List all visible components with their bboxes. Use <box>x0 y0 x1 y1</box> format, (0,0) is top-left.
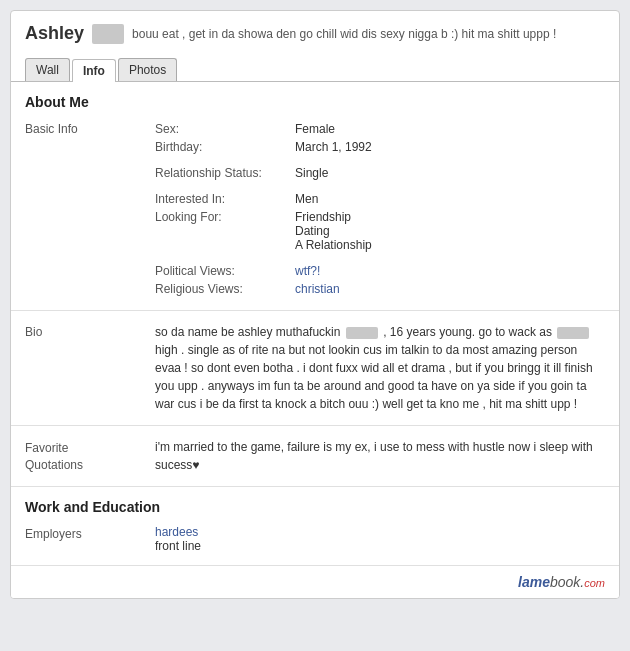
looking-value-0: Friendship <box>295 210 605 224</box>
bio-label: Bio <box>25 323 155 413</box>
about-me-section: About Me Basic Info Sex: Female Birthday… <box>11 82 619 311</box>
quotations-section: FavoriteQuotations i'm married to the ga… <box>11 426 619 487</box>
profile-name: Ashley <box>25 23 84 44</box>
quotations-label: FavoriteQuotations <box>25 438 155 474</box>
looking-value-2: A Relationship <box>295 238 605 252</box>
looking-values: Friendship Dating A Relationship <box>295 208 605 254</box>
sex-value: Female <box>295 120 605 138</box>
relationship-row: Relationship Status: Single <box>25 164 605 182</box>
profile-card: Ashley bouu eat , get in da showa den go… <box>10 10 620 599</box>
employer-position: front line <box>155 539 201 553</box>
sex-label: Sex: <box>155 120 295 138</box>
looking-row: Looking For: Friendship Dating A Relatio… <box>25 208 605 254</box>
brand-lame: lame <box>518 574 550 590</box>
bio-redacted-2 <box>557 327 589 339</box>
bio-text-0: so da name be ashley muthafuckin <box>155 325 340 339</box>
profile-status-text: bouu eat , get in da showa den go chill … <box>132 27 605 41</box>
birthday-label: Birthday: <box>155 138 295 156</box>
about-me-title: About Me <box>25 94 605 110</box>
interested-row: Interested In: Men <box>25 190 605 208</box>
political-value: wtf?! <box>295 262 605 280</box>
brand-com: com <box>584 577 605 589</box>
work-section: Work and Education Employers hardees fro… <box>11 487 619 566</box>
avatar <box>92 24 124 44</box>
basic-info-header-row: Basic Info Sex: Female <box>25 120 605 138</box>
spacer-row-1 <box>25 156 605 164</box>
looking-value-1: Dating <box>295 224 605 238</box>
profile-header: Ashley bouu eat , get in da showa den go… <box>11 11 619 44</box>
interested-label: Interested In: <box>155 190 295 208</box>
bio-text-1: , 16 years young. go to wack as <box>383 325 552 339</box>
birthday-row: Birthday: March 1, 1992 <box>25 138 605 156</box>
work-values: hardees front line <box>155 525 201 553</box>
tab-info[interactable]: Info <box>72 59 116 82</box>
relationship-label: Relationship Status: <box>155 164 295 182</box>
political-row: Political Views: wtf?! <box>25 262 605 280</box>
work-grid: Employers hardees front line <box>25 525 605 553</box>
bio-section: Bio so da name be ashley muthafuckin , 1… <box>11 311 619 426</box>
work-title: Work and Education <box>25 499 605 515</box>
bio-redacted-1 <box>346 327 378 339</box>
political-label: Political Views: <box>155 262 295 280</box>
interested-value: Men <box>295 190 605 208</box>
relationship-value: Single <box>295 164 605 182</box>
spacer-row-2 <box>25 182 605 190</box>
religious-label: Religious Views: <box>155 280 295 298</box>
employers-label: Employers <box>25 525 155 553</box>
tab-wall[interactable]: Wall <box>25 58 70 81</box>
tabs-bar: Wall Info Photos <box>11 50 619 82</box>
looking-label: Looking For: <box>155 208 295 254</box>
basic-info-grid: Basic Info Sex: Female Birthday: March 1… <box>25 120 605 298</box>
bio-text: so da name be ashley muthafuckin , 16 ye… <box>155 323 605 413</box>
religious-row: Religious Views: christian <box>25 280 605 298</box>
religious-value: christian <box>295 280 605 298</box>
brand: lamebook.com <box>518 574 605 590</box>
basic-info-label-empty <box>25 138 155 156</box>
bio-text-2: high . single as of rite na but not look… <box>155 343 593 411</box>
brand-book: book <box>550 574 580 590</box>
spacer-row-3 <box>25 254 605 262</box>
employer-name-link[interactable]: hardees <box>155 525 201 539</box>
basic-info-label: Basic Info <box>25 120 155 138</box>
quotations-text: i'm married to the game, failure is my e… <box>155 438 605 474</box>
birthday-value: March 1, 1992 <box>295 138 605 156</box>
footer: lamebook.com <box>11 566 619 598</box>
tab-photos[interactable]: Photos <box>118 58 177 81</box>
